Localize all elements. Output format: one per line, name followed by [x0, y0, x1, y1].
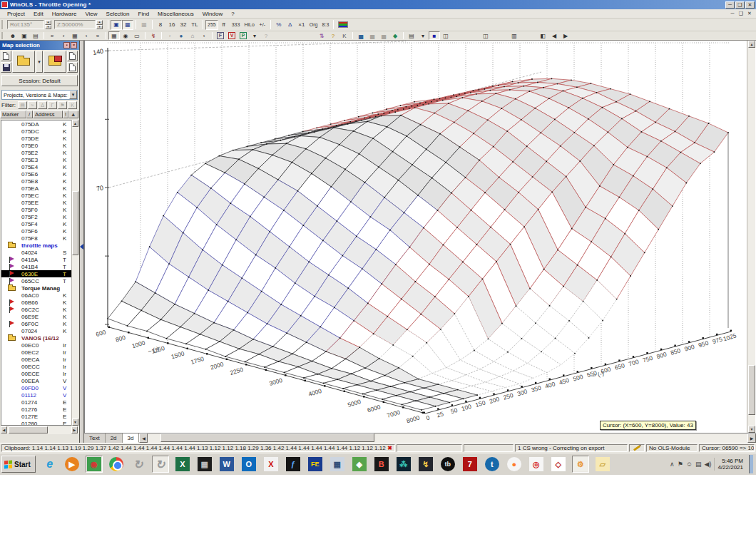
filter-button-4[interactable]: Γ	[48, 101, 57, 109]
factor-x1-button[interactable]: ×1	[296, 20, 307, 30]
values-triple-button[interactable]: 333	[230, 20, 242, 30]
map-row[interactable]: 00EC0Ir	[1, 342, 73, 349]
map-row[interactable]: 06E9EK	[1, 313, 73, 320]
chevron-down-icon[interactable]: ▼	[69, 91, 77, 99]
column-header-marker[interactable]: Marker	[0, 111, 26, 118]
nav-first-button[interactable]: «	[46, 31, 58, 40]
width-32-button[interactable]: 32	[178, 20, 189, 30]
add-window-button[interactable]	[67, 62, 78, 73]
chart-3-button[interactable]: ▅	[378, 31, 389, 40]
doc-scroll-right-icon[interactable]: ▶	[747, 433, 756, 443]
map-row[interactable]: 041B4T	[1, 263, 73, 270]
word-icon[interactable]: W	[218, 456, 235, 473]
map-row[interactable]: 075ECK	[1, 192, 73, 199]
map-row[interactable]: 04024S	[1, 249, 73, 256]
import-project-button[interactable]	[44, 51, 66, 73]
copy-window-button[interactable]	[67, 51, 78, 61]
map-row[interactable]: 065CCT	[1, 277, 73, 284]
excel-icon[interactable]: X	[174, 456, 191, 473]
globe-button[interactable]: ●	[175, 31, 187, 40]
view-hexdump-button[interactable]: ▦	[122, 20, 133, 30]
split-view-button[interactable]: ◧	[537, 31, 548, 40]
menu-miscellaneous[interactable]: Miscellaneous	[153, 10, 198, 18]
filter-button-5[interactable]: ⚑	[58, 101, 67, 109]
sync-app-2-icon[interactable]: ↻	[152, 456, 169, 473]
map-table-button[interactable]: ▦	[69, 31, 81, 40]
ie-icon[interactable]: e	[41, 456, 58, 473]
menu-edit[interactable]: Edit	[29, 10, 48, 18]
map-row[interactable]: 0630ET	[1, 270, 73, 277]
original-button[interactable]: Org	[307, 20, 320, 30]
menu-project[interactable]: Project	[3, 10, 29, 18]
family-button[interactable]: F	[215, 31, 226, 40]
view-2d-button[interactable]: ▣	[111, 20, 122, 30]
map-row[interactable]: 075E3K	[1, 156, 73, 163]
column-header--[interactable]: /	[26, 111, 33, 118]
map-row[interactable]: 075F0K	[1, 206, 73, 213]
map-row[interactable]: 00ECAIr	[1, 356, 73, 363]
map-row[interactable]: 06AC0K	[1, 292, 73, 299]
panel-horizontal-scrollbar[interactable]: ◀ ▶	[1, 426, 79, 434]
filter-button-6[interactable]: K	[68, 101, 77, 109]
toolbar-grip[interactable]	[1, 20, 5, 30]
menu-find[interactable]: Find	[134, 10, 154, 18]
map-row[interactable]: 01112V	[1, 391, 73, 399]
panel-close-button[interactable]: ×	[71, 42, 77, 48]
zoom-spinner[interactable]: ▲▼	[96, 20, 103, 29]
nav-next-button[interactable]: ›	[81, 31, 92, 40]
menu-hardware[interactable]: Hardware	[48, 10, 81, 18]
cad-cube-icon[interactable]: ◇	[550, 456, 567, 473]
outlook-icon[interactable]: O	[240, 456, 257, 473]
map-row[interactable]: 07024K	[1, 327, 73, 334]
scope-dropdown[interactable]: Projects, Versions & Maps: (Ctrl ▼	[1, 90, 78, 100]
collapse-panel-icon[interactable]	[80, 244, 83, 250]
map-folder-row[interactable]: throttle maps	[1, 242, 73, 249]
doc-hscroll-thumb[interactable]	[160, 433, 374, 442]
nav-last-button[interactable]: »	[92, 31, 103, 40]
tile-vertical-button[interactable]: ▥	[509, 31, 520, 40]
percent-button[interactable]: %	[273, 20, 285, 30]
scroll-down-icon[interactable]: ▼	[72, 419, 78, 426]
grid-view-button[interactable]: ▦	[108, 31, 120, 40]
3d-map-view[interactable]: 7014060080010001250150017502000225030004…	[85, 41, 747, 433]
window-cascade-button[interactable]: ▤	[30, 31, 41, 40]
close-button[interactable]: ✕	[745, 1, 755, 9]
map-row[interactable]: 075F6K	[1, 227, 73, 235]
map-row[interactable]: 075EAK	[1, 185, 73, 192]
commander-icon[interactable]: FE	[307, 456, 324, 473]
mdi-restore-button[interactable]: ❑	[737, 10, 745, 17]
map-row[interactable]: 00ECEIr	[1, 370, 73, 377]
tray-volume-icon[interactable]: ◀)	[704, 461, 711, 468]
flash-tool-icon[interactable]: ↯	[417, 456, 434, 473]
connect-button[interactable]: ⇅	[316, 31, 327, 40]
map-row[interactable]: 075DAK	[1, 120, 73, 128]
split-83-button[interactable]: 8:3	[320, 20, 331, 30]
doc-horizontal-scrollbar[interactable]	[148, 433, 747, 443]
panel-pin-button[interactable]: ▪	[63, 42, 70, 48]
chart-button[interactable]: ▅	[355, 31, 367, 40]
compare-versions-button[interactable]: ↯	[148, 31, 159, 40]
hilo-button[interactable]: HiLo	[242, 20, 256, 30]
window-new-button[interactable]: ▣	[19, 31, 30, 40]
project-dropdown[interactable]: ▾	[249, 31, 260, 40]
media-player-icon[interactable]: ▶	[63, 456, 81, 473]
nav-prev-button[interactable]: ‹	[58, 31, 69, 40]
context-help-button[interactable]: ?	[260, 31, 272, 40]
width-8-button[interactable]: 8	[155, 20, 166, 30]
tray-app-icon[interactable]: ☺	[686, 461, 693, 468]
filter-button-1[interactable]: ▤	[18, 101, 27, 109]
user-info-button[interactable]: ☻	[7, 31, 19, 40]
colorbar-button[interactable]	[336, 20, 350, 30]
tile-horizontal-button[interactable]: ◫	[480, 31, 491, 40]
map-row[interactable]: 075E2K	[1, 149, 73, 156]
panel-hscroll-thumb[interactable]	[9, 426, 48, 433]
map-row[interactable]: 00EEAV	[1, 377, 73, 384]
new-map-button[interactable]	[1, 51, 11, 61]
map-row[interactable]: 075DCK	[1, 128, 73, 135]
map-selection-caption[interactable]: Map selection ▪ ×	[0, 41, 79, 50]
next-window-button[interactable]: ▶	[560, 31, 571, 40]
menu--[interactable]: ?	[227, 10, 238, 18]
save-session-button[interactable]	[1, 62, 11, 73]
b-app-icon[interactable]: B	[373, 456, 390, 473]
width-16-button[interactable]: 16	[166, 20, 178, 30]
